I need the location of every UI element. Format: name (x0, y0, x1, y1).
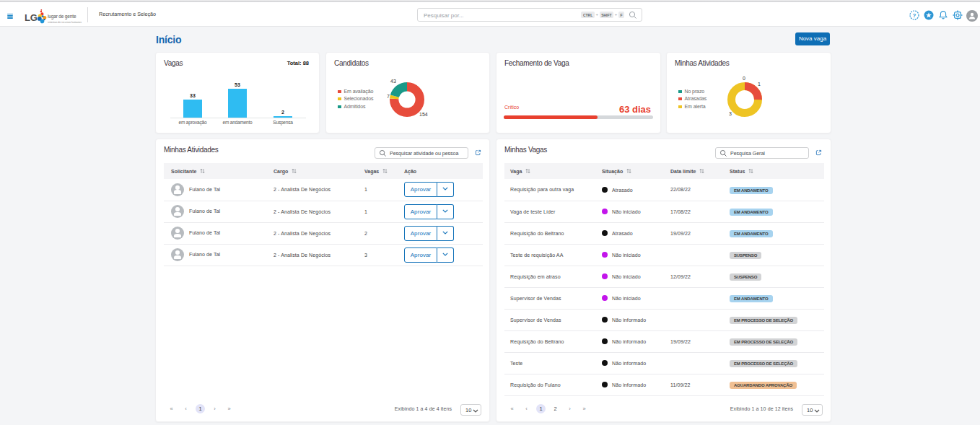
svg-text:?: ? (913, 12, 916, 19)
